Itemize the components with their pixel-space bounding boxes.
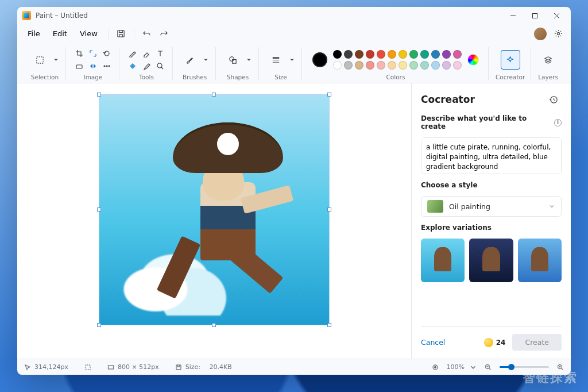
- svg-rect-4: [76, 65, 82, 68]
- history-button[interactable]: [546, 91, 562, 107]
- color-swatch[interactable]: [355, 50, 363, 59]
- explore-label: Explore variations: [421, 224, 562, 232]
- canvas[interactable]: [99, 95, 329, 325]
- resize-tool[interactable]: [87, 48, 99, 59]
- coin-icon: [484, 338, 493, 347]
- menu-view[interactable]: View: [74, 27, 103, 40]
- color-swatch[interactable]: [333, 61, 342, 70]
- svg-point-2: [557, 32, 559, 34]
- fit-toggle[interactable]: [432, 364, 439, 371]
- pencil-tool[interactable]: [126, 48, 139, 59]
- color-swatch[interactable]: [442, 50, 451, 59]
- select-all-tool[interactable]: [73, 60, 86, 72]
- color-swatch[interactable]: [388, 61, 396, 70]
- color-swatch[interactable]: [355, 61, 363, 70]
- describe-label: Describe what you'd like to create i: [421, 114, 562, 130]
- svg-rect-13: [108, 366, 113, 369]
- variation-thumb[interactable]: [469, 239, 513, 282]
- shapes-tool[interactable]: [223, 50, 242, 70]
- undo-button[interactable]: [139, 26, 155, 42]
- color-swatch[interactable]: [333, 50, 342, 59]
- user-avatar[interactable]: [534, 28, 547, 40]
- settings-button[interactable]: [550, 26, 566, 42]
- ribbon-label: Shapes: [227, 74, 249, 80]
- brush-dropdown[interactable]: [202, 50, 210, 70]
- app-icon: [22, 11, 31, 20]
- current-color[interactable]: [312, 52, 327, 67]
- text-tool[interactable]: [154, 48, 167, 59]
- fill-tool[interactable]: [126, 60, 139, 72]
- image-more-tool[interactable]: [100, 60, 113, 72]
- ribbon-label: Layers: [538, 74, 558, 80]
- color-swatch[interactable]: [431, 61, 440, 70]
- zoom-in-button[interactable]: [557, 364, 564, 371]
- svg-rect-10: [232, 59, 236, 63]
- ribbon-label: Tools: [139, 74, 154, 80]
- menu-file[interactable]: File: [22, 27, 46, 40]
- minimize-button[interactable]: [502, 7, 524, 24]
- color-swatch[interactable]: [399, 61, 407, 70]
- prompt-input[interactable]: [421, 137, 562, 174]
- color-swatch[interactable]: [409, 61, 418, 70]
- eraser-tool[interactable]: [140, 48, 153, 59]
- color-swatch[interactable]: [453, 50, 462, 59]
- color-swatch[interactable]: [399, 50, 407, 59]
- svg-rect-12: [86, 365, 90, 370]
- brush-tool[interactable]: [180, 50, 199, 70]
- edit-colors-button[interactable]: [467, 54, 479, 66]
- resize-handle[interactable]: [212, 323, 216, 327]
- menu-edit[interactable]: Edit: [47, 27, 73, 40]
- select-tool[interactable]: [30, 50, 49, 70]
- zoom-level[interactable]: 100%: [447, 363, 477, 371]
- cocreator-button[interactable]: [501, 50, 520, 70]
- svg-rect-0: [532, 13, 537, 18]
- close-button[interactable]: [546, 7, 567, 24]
- crop-tool[interactable]: [73, 48, 86, 59]
- info-icon[interactable]: i: [554, 119, 562, 126]
- color-swatch[interactable]: [344, 50, 353, 59]
- size-tool[interactable]: [266, 50, 285, 70]
- color-swatch[interactable]: [377, 61, 385, 70]
- variation-thumb[interactable]: [421, 239, 465, 282]
- color-swatch[interactable]: [377, 50, 385, 59]
- magnifier-tool[interactable]: [154, 60, 167, 72]
- maximize-button[interactable]: [524, 7, 546, 24]
- variation-thumb[interactable]: [518, 239, 562, 282]
- rotate-tool[interactable]: [100, 48, 113, 59]
- picker-tool[interactable]: [140, 60, 153, 72]
- select-dropdown[interactable]: [52, 50, 60, 70]
- zoom-slider[interactable]: [500, 366, 549, 368]
- resize-handle[interactable]: [97, 323, 101, 327]
- save-button[interactable]: [113, 26, 129, 42]
- selection-icon: [84, 364, 91, 371]
- canvas-area[interactable]: [17, 83, 411, 359]
- layers-button[interactable]: [539, 50, 558, 70]
- color-swatch[interactable]: [442, 61, 451, 70]
- color-swatch[interactable]: [344, 61, 353, 70]
- selection-size: [84, 364, 91, 371]
- color-swatch[interactable]: [420, 61, 429, 70]
- resize-handle[interactable]: [97, 93, 101, 97]
- resize-handle[interactable]: [97, 207, 101, 212]
- resize-handle[interactable]: [212, 93, 216, 97]
- color-swatch[interactable]: [431, 50, 440, 59]
- ribbon-group-size: Size: [260, 47, 302, 80]
- flip-tool[interactable]: [87, 60, 99, 72]
- resize-handle[interactable]: [327, 323, 331, 327]
- color-swatch[interactable]: [453, 61, 462, 70]
- style-select[interactable]: Oil painting: [421, 196, 562, 217]
- color-swatch[interactable]: [409, 50, 418, 59]
- redo-button[interactable]: [156, 26, 172, 42]
- shapes-dropdown[interactable]: [245, 50, 253, 70]
- size-dropdown[interactable]: [288, 50, 296, 70]
- color-swatch[interactable]: [366, 50, 374, 59]
- color-swatch[interactable]: [388, 50, 396, 59]
- cancel-button[interactable]: Cancel: [421, 338, 445, 347]
- zoom-out-button[interactable]: [485, 364, 492, 371]
- create-button[interactable]: Create: [512, 334, 562, 351]
- resize-handle[interactable]: [327, 207, 331, 212]
- resize-handle[interactable]: [327, 93, 331, 97]
- color-swatch[interactable]: [366, 61, 374, 70]
- cursor-position: 314,124px: [24, 363, 68, 371]
- color-swatch[interactable]: [420, 50, 429, 59]
